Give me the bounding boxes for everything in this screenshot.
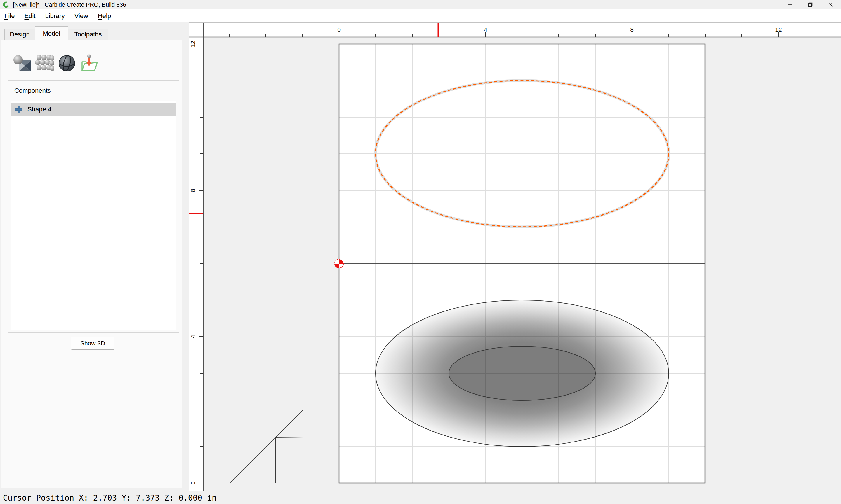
v-ruler-label-8: 8 — [190, 189, 196, 192]
menu-view[interactable]: View — [74, 12, 88, 20]
application-window: [NewFile]* - Carbide Create PRO, Build 8… — [0, 0, 841, 504]
h-ruler-cursor-marker — [438, 23, 439, 37]
add-texture-button[interactable] — [35, 54, 54, 73]
v-ruler — [189, 37, 203, 491]
menu-edit[interactable]: Edit — [24, 12, 35, 20]
components-group: Components Shape 4 — [8, 91, 179, 333]
show-3d-button[interactable]: Show 3D — [71, 337, 115, 350]
v-ruler-cursor-marker — [189, 213, 203, 214]
status-bar: Cursor Position X: 2.703 Y: 7.373 Z: 0.0… — [0, 491, 841, 504]
components-group-title: Components — [12, 87, 53, 94]
component-item-label: Shape 4 — [28, 106, 51, 113]
design-canvas[interactable]: 0 4 8 12 12 8 4 0 — [184, 22, 841, 491]
components-list[interactable]: Shape 4 — [11, 101, 176, 330]
window-controls — [780, 0, 841, 9]
menu-bar: File Edit Library View Help — [0, 9, 841, 22]
step-triangle-vector[interactable] — [230, 410, 303, 483]
minimize-button[interactable] — [780, 0, 800, 9]
h-ruler-label-0: 0 — [337, 26, 341, 33]
job-origin-marker — [334, 259, 343, 268]
h-ruler-label-4: 4 — [484, 26, 487, 33]
model-tab-panel: Components Shape 4 Show 3D — [1, 40, 182, 488]
model-toolbar — [8, 46, 179, 80]
app-logo-icon — [3, 1, 9, 8]
v-ruler-label-0: 0 — [190, 481, 196, 485]
menu-file[interactable]: File — [4, 12, 15, 20]
design-canvas-area[interactable]: 0 4 8 12 12 8 4 0 — [184, 22, 841, 491]
menu-help[interactable]: Help — [98, 12, 111, 20]
tab-design[interactable]: Design — [4, 29, 35, 40]
close-button[interactable] — [821, 0, 841, 9]
add-sphere-button[interactable] — [58, 54, 76, 73]
add-shape-icon — [13, 54, 32, 73]
menu-library[interactable]: Library — [45, 12, 65, 20]
add-sphere-icon — [58, 54, 76, 73]
cursor-position-readout: Cursor Position X: 2.703 Y: 7.373 Z: 0.0… — [3, 493, 217, 502]
h-ruler-label-8: 8 — [630, 26, 634, 33]
title-bar: [NewFile]* - Carbide Create PRO, Build 8… — [0, 0, 841, 9]
tab-model[interactable]: Model — [35, 26, 68, 40]
add-shape-button[interactable] — [13, 54, 32, 73]
restore-button[interactable] — [800, 0, 821, 9]
h-ruler-label-12: 12 — [775, 26, 782, 33]
add-texture-icon — [35, 54, 54, 73]
component-plus-icon — [14, 105, 23, 114]
v-ruler-label-4: 4 — [190, 335, 196, 338]
tab-toolpaths[interactable]: Toolpaths — [68, 29, 108, 40]
v-ruler-label-12: 12 — [190, 40, 196, 47]
import-component-icon — [80, 54, 99, 73]
window-title: [NewFile]* - Carbide Create PRO, Build 8… — [13, 1, 126, 8]
component-list-item[interactable]: Shape 4 — [11, 103, 176, 116]
import-component-button[interactable] — [80, 54, 99, 73]
h-ruler — [189, 23, 841, 37]
